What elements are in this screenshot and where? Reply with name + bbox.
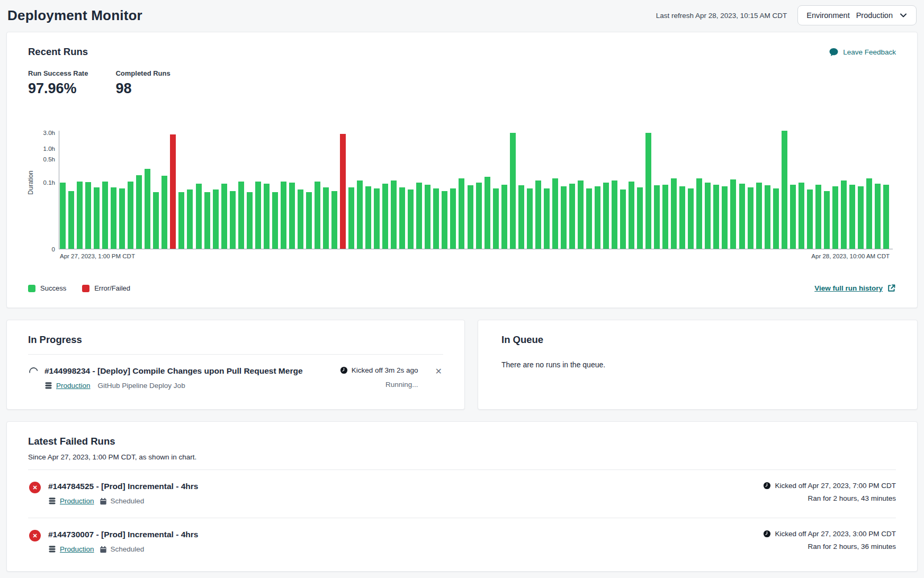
run-bar-success[interactable]	[196, 184, 202, 249]
environment-dropdown[interactable]: Environment Production	[797, 5, 917, 25]
run-bar-success[interactable]	[468, 185, 473, 249]
run-bar-success[interactable]	[416, 183, 422, 249]
run-bar-success[interactable]	[102, 182, 108, 249]
run-bar-success[interactable]	[221, 184, 227, 249]
run-bar-success[interactable]	[620, 189, 626, 249]
run-bar-success[interactable]	[671, 178, 677, 249]
run-bar-success[interactable]	[510, 133, 516, 249]
run-bar-success[interactable]	[476, 183, 482, 249]
run-bar-success[interactable]	[230, 191, 236, 249]
run-bar-success[interactable]	[858, 186, 864, 249]
run-bar-success[interactable]	[849, 185, 855, 249]
run-bar-success[interactable]	[501, 185, 507, 249]
run-bar-success[interactable]	[213, 189, 219, 249]
run-bar-success[interactable]	[765, 185, 770, 249]
run-bar-success[interactable]	[315, 182, 320, 249]
run-bar-success[interactable]	[255, 182, 261, 249]
run-bar-success[interactable]	[247, 192, 253, 249]
run-bar-success[interactable]	[145, 169, 150, 249]
run-bar-success[interactable]	[298, 189, 303, 249]
run-bar-success[interactable]	[238, 182, 244, 249]
run-bar-success[interactable]	[535, 180, 541, 249]
run-bar-success[interactable]	[433, 188, 439, 249]
run-bar-success[interactable]	[365, 186, 371, 249]
run-bar-success[interactable]	[77, 182, 83, 249]
run-bar-failed[interactable]	[170, 134, 176, 249]
run-bar-success[interactable]	[187, 189, 193, 249]
run-bar-success[interactable]	[399, 187, 405, 249]
run-bar-success[interactable]	[391, 180, 397, 249]
run-bar-success[interactable]	[832, 186, 838, 249]
run-bar-success[interactable]	[782, 131, 787, 249]
run-bar-success[interactable]	[264, 184, 270, 249]
run-bar-success[interactable]	[612, 180, 617, 249]
run-bar-success[interactable]	[323, 187, 329, 249]
run-bar-success[interactable]	[289, 183, 295, 249]
run-bar-success[interactable]	[162, 176, 167, 249]
run-bar-success[interactable]	[679, 186, 685, 249]
close-icon[interactable]: ✕	[434, 366, 443, 377]
run-bar-success[interactable]	[136, 175, 142, 249]
run-bar-success[interactable]	[875, 184, 881, 249]
run-bar-success[interactable]	[119, 188, 125, 249]
run-bar-success[interactable]	[85, 182, 91, 249]
run-bar-success[interactable]	[730, 179, 736, 249]
run-bar-success[interactable]	[713, 185, 719, 249]
environment-link[interactable]: Production	[60, 545, 94, 553]
run-bar-success[interactable]	[518, 185, 524, 249]
run-bar-success[interactable]	[357, 180, 363, 249]
run-bar-success[interactable]	[442, 191, 447, 249]
run-bar-success[interactable]	[348, 187, 354, 249]
run-bar-success[interactable]	[561, 186, 567, 249]
run-bar-success[interactable]	[331, 191, 337, 249]
run-bar-success[interactable]	[578, 180, 584, 249]
run-bar-success[interactable]	[637, 187, 643, 249]
run-bar-success[interactable]	[586, 188, 592, 249]
run-bar-success[interactable]	[204, 192, 210, 249]
run-bar-success[interactable]	[773, 188, 779, 249]
run-bar-success[interactable]	[281, 182, 286, 249]
run-bar-success[interactable]	[756, 183, 762, 249]
view-full-run-history-link[interactable]: View full run history	[814, 284, 896, 293]
run-bar-success[interactable]	[645, 133, 651, 249]
run-bar-success[interactable]	[662, 185, 668, 249]
run-bar-success[interactable]	[552, 178, 558, 249]
run-bar-success[interactable]	[425, 185, 430, 249]
run-bar-success[interactable]	[866, 178, 872, 249]
run-bar-success[interactable]	[790, 185, 796, 249]
run-bar-success[interactable]	[883, 185, 889, 249]
run-bar-success[interactable]	[450, 188, 456, 249]
run-bar-success[interactable]	[272, 192, 278, 249]
run-bar-success[interactable]	[306, 192, 312, 249]
run-bar-success[interactable]	[178, 192, 184, 249]
run-bar-success[interactable]	[60, 183, 66, 249]
run-bar-success[interactable]	[408, 189, 414, 249]
run-bar-success[interactable]	[841, 180, 847, 249]
run-bar-success[interactable]	[68, 191, 74, 249]
run-bar-success[interactable]	[739, 184, 745, 249]
run-bar-success[interactable]	[595, 186, 600, 249]
run-bar-success[interactable]	[544, 188, 550, 249]
run-bar-success[interactable]	[374, 188, 380, 249]
run-bar-success[interactable]	[128, 182, 133, 249]
environment-link[interactable]: Production	[56, 382, 91, 390]
run-bar-failed[interactable]	[340, 134, 346, 249]
run-bar-success[interactable]	[629, 182, 634, 249]
run-bar-success[interactable]	[459, 178, 464, 249]
run-bar-success[interactable]	[722, 186, 728, 249]
run-bar-success[interactable]	[688, 188, 694, 249]
run-bar-success[interactable]	[705, 183, 711, 249]
run-bar-success[interactable]	[654, 185, 660, 249]
run-bar-success[interactable]	[153, 192, 159, 249]
run-bar-success[interactable]	[696, 178, 702, 249]
run-bar-success[interactable]	[824, 191, 830, 249]
run-bar-success[interactable]	[748, 187, 753, 249]
run-bar-success[interactable]	[94, 187, 100, 249]
run-bar-success[interactable]	[799, 183, 804, 249]
run-bar-success[interactable]	[569, 184, 575, 249]
run-bar-success[interactable]	[603, 183, 609, 249]
run-bar-success[interactable]	[485, 177, 490, 249]
run-bar-success[interactable]	[527, 188, 533, 249]
run-bar-success[interactable]	[111, 187, 116, 249]
leave-feedback-link[interactable]: Leave Feedback	[829, 47, 896, 57]
